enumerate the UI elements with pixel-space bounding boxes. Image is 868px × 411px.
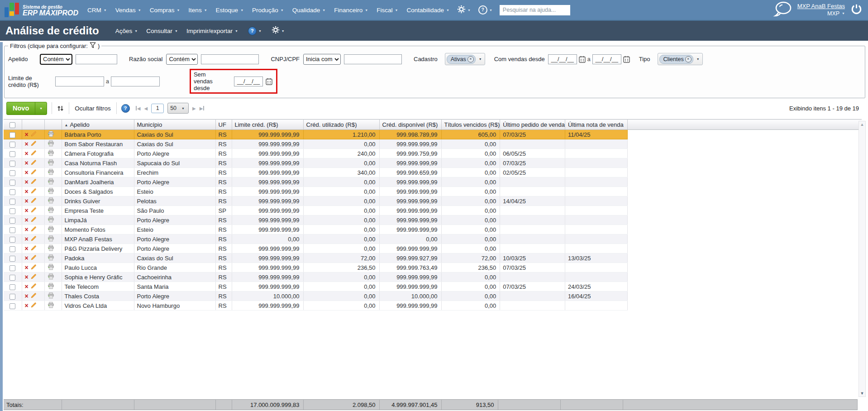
edit-pencil-icon[interactable] bbox=[31, 283, 37, 290]
print-icon[interactable] bbox=[48, 207, 54, 215]
row-checkbox[interactable] bbox=[10, 199, 15, 205]
scroll-down-icon[interactable]: ▼ bbox=[860, 391, 864, 396]
menu-producao[interactable]: Produção▼ bbox=[252, 7, 284, 14]
row-checkbox[interactable] bbox=[10, 161, 15, 167]
row-checkbox[interactable] bbox=[10, 189, 15, 195]
table-row[interactable]: ×Doces & SalgadosEsteioRS999.999.999,990… bbox=[4, 187, 862, 196]
delete-icon[interactable]: × bbox=[25, 150, 29, 157]
account-context-menu[interactable]: MXP ▼ bbox=[827, 10, 845, 17]
delete-icon[interactable]: × bbox=[25, 216, 29, 224]
logout-power-icon[interactable] bbox=[850, 3, 863, 17]
first-page-icon[interactable]: ◀ bbox=[136, 106, 141, 111]
grid-vertical-scrollbar[interactable]: ▲ ▼ bbox=[858, 121, 866, 397]
settings-menu[interactable]: ▼ bbox=[457, 5, 471, 15]
print-icon[interactable] bbox=[48, 131, 54, 139]
column-header-cred-utilizado-r[interactable]: Créd. utilizado (R$) bbox=[303, 119, 379, 130]
calendar-icon[interactable] bbox=[266, 78, 272, 85]
print-icon[interactable] bbox=[48, 159, 54, 167]
edit-pencil-icon[interactable] bbox=[31, 216, 37, 224]
table-row[interactable]: ×MXP AnaB FestasPorto AlegreRS0,000,000,… bbox=[4, 234, 862, 244]
calendar-icon[interactable] bbox=[623, 56, 630, 63]
table-row[interactable]: ×Empresa TesteSão PauloSP999.999.999,990… bbox=[4, 206, 862, 215]
tipo-select[interactable]: Clientes × ▼ bbox=[658, 53, 703, 65]
hide-filters-button[interactable]: Ocultar filtros bbox=[74, 105, 112, 112]
print-icon[interactable] bbox=[48, 302, 54, 310]
delete-icon[interactable]: × bbox=[25, 159, 29, 167]
edit-pencil-icon[interactable] bbox=[31, 226, 37, 233]
column-header-apelido[interactable]: ▲Apelido bbox=[62, 119, 134, 130]
print-icon[interactable] bbox=[48, 283, 54, 291]
column-header-uf[interactable]: UF bbox=[215, 119, 232, 130]
delete-icon[interactable]: × bbox=[25, 245, 29, 252]
app-logo[interactable]: Sistema de gestão ERP MAXIPROD bbox=[5, 3, 78, 17]
com-vendas-desde-from-input[interactable] bbox=[548, 54, 577, 64]
delete-icon[interactable]: × bbox=[25, 273, 29, 281]
print-icon[interactable] bbox=[48, 292, 54, 300]
row-checkbox[interactable] bbox=[10, 208, 15, 214]
table-row[interactable]: ×P&G Pizzaria DeliveryPorto AlegreRS999.… bbox=[4, 244, 862, 253]
print-icon[interactable] bbox=[48, 178, 54, 186]
last-page-icon[interactable]: ▶ bbox=[200, 106, 205, 111]
menu-compras[interactable]: Compras▼ bbox=[150, 7, 180, 14]
edit-pencil-icon[interactable] bbox=[31, 264, 37, 271]
row-checkbox[interactable] bbox=[10, 142, 15, 148]
menu-imprimir-exportar[interactable]: Imprimir/exportar▼ bbox=[186, 28, 238, 34]
edit-pencil-icon[interactable] bbox=[31, 254, 37, 262]
menu-itens[interactable]: Itens▼ bbox=[188, 7, 207, 14]
table-row[interactable]: ×LimpaJáPorto AlegreRS999.999.999,990,00… bbox=[4, 215, 862, 225]
row-checkbox[interactable] bbox=[10, 303, 15, 309]
next-page-icon[interactable]: ▶ bbox=[192, 106, 196, 111]
row-checkbox[interactable] bbox=[10, 180, 15, 186]
print-icon[interactable] bbox=[48, 150, 54, 158]
razao-social-input[interactable] bbox=[201, 54, 259, 64]
edit-pencil-icon[interactable] bbox=[31, 150, 37, 157]
grid-help-icon[interactable]: ? bbox=[121, 104, 130, 113]
delete-icon[interactable]: × bbox=[25, 140, 29, 148]
account-name-link[interactable]: MXP AnaB Festas bbox=[797, 3, 845, 10]
table-row[interactable]: ×Bom Sabor RestauranCaxias do SulRS999.9… bbox=[4, 139, 862, 149]
remove-chip-icon[interactable]: × bbox=[685, 56, 692, 62]
row-checkbox[interactable] bbox=[10, 218, 15, 224]
sem-vendas-desde-input[interactable] bbox=[234, 76, 263, 86]
menu-fiscal[interactable]: Fiscal▼ bbox=[377, 7, 398, 14]
column-header-ultima-nota-de-venda[interactable]: Última nota de venda bbox=[565, 119, 627, 130]
apelido-operator-select[interactable]: Contém bbox=[40, 54, 72, 65]
print-icon[interactable] bbox=[48, 188, 54, 196]
table-row[interactable]: ×Sophia e Henry GráficCachoeirinhaRS999.… bbox=[4, 272, 862, 282]
edit-pencil-icon[interactable] bbox=[31, 169, 37, 176]
column-header-limite-cred-r[interactable]: Limite créd. (R$) bbox=[232, 119, 303, 130]
table-row[interactable]: ×Vidros CeA LtdaNovo HamburgoRS999.999.9… bbox=[4, 301, 862, 311]
row-checkbox[interactable] bbox=[10, 246, 15, 252]
table-row[interactable]: ×PadokaCaxias do SulRS999.999.999,9972,0… bbox=[4, 253, 862, 263]
edit-pencil-icon[interactable] bbox=[31, 302, 37, 309]
table-row[interactable]: ×Momento FotosEsteioRS999.999.999,990,00… bbox=[4, 225, 862, 234]
column-header-cred-disponivel-r[interactable]: Créd. disponível (R$) bbox=[379, 119, 441, 130]
row-checkbox[interactable] bbox=[10, 151, 15, 157]
row-checkbox[interactable] bbox=[10, 284, 15, 290]
row-checkbox[interactable] bbox=[10, 275, 15, 281]
limite-credito-to-input[interactable] bbox=[111, 76, 160, 86]
menu-crm[interactable]: CRM▼ bbox=[87, 7, 107, 14]
menu-estoque[interactable]: Estoque▼ bbox=[216, 7, 243, 14]
column-header-ultimo-pedido-de-venda[interactable]: Último pedido de venda bbox=[500, 119, 565, 130]
row-checkbox[interactable] bbox=[10, 294, 15, 300]
row-checkbox[interactable] bbox=[10, 256, 15, 262]
edit-pencil-icon[interactable] bbox=[31, 245, 37, 252]
table-row[interactable]: ×Casa Noturna FlashSapucaia do SulRS999.… bbox=[4, 158, 862, 168]
limite-credito-from-input[interactable] bbox=[55, 76, 104, 86]
menu-financeiro[interactable]: Financeiro▼ bbox=[334, 7, 368, 14]
select-all-checkbox[interactable] bbox=[10, 122, 15, 128]
page-settings-menu[interactable]: ▼ bbox=[272, 26, 285, 36]
row-checkbox[interactable] bbox=[10, 132, 15, 138]
remove-chip-icon[interactable]: × bbox=[467, 56, 474, 62]
print-icon[interactable] bbox=[48, 235, 54, 243]
calendar-icon[interactable] bbox=[579, 56, 586, 63]
menu-contabilidade[interactable]: Contabilidade▼ bbox=[406, 7, 449, 14]
edit-pencil-icon[interactable] bbox=[31, 159, 37, 167]
delete-icon[interactable]: × bbox=[25, 131, 29, 138]
com-vendas-desde-to-input[interactable] bbox=[592, 54, 621, 64]
page-help-menu[interactable]: ? ▼ bbox=[248, 27, 262, 35]
print-icon[interactable] bbox=[48, 216, 54, 224]
delete-icon[interactable]: × bbox=[25, 226, 29, 233]
delete-icon[interactable]: × bbox=[25, 235, 29, 243]
